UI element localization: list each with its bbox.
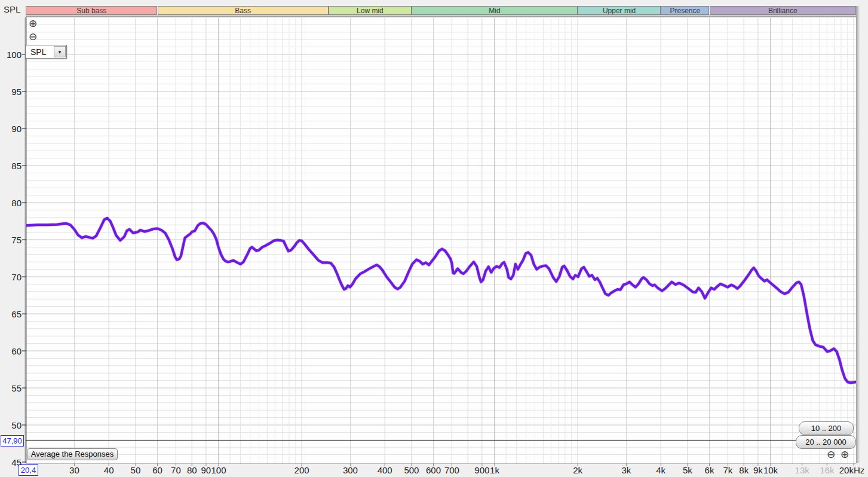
band-sub-bass[interactable]: Sub bass [26, 6, 157, 15]
spl-chart: 1009590858075706560555045304050607080901… [0, 0, 868, 477]
band-label: Brilliance [768, 7, 798, 15]
x-tick-label: 10k [763, 465, 778, 475]
zoom-out-x-icon[interactable]: ⊖ [826, 449, 836, 460]
x-tick-label: 2k [573, 465, 582, 475]
zoom-in-icon[interactable]: ⊕ [27, 18, 38, 29]
band-low-mid[interactable]: Low mid [329, 6, 412, 15]
band-label: Sub bass [76, 7, 106, 15]
y-tick-label: 60 [11, 346, 22, 356]
x-tick-label: 60 [152, 465, 162, 475]
spl-measurement-window: 1009590858075706560555045304050607080901… [0, 0, 868, 477]
x-tick-label: 400 [378, 465, 392, 475]
y-tick-label: 100 [7, 50, 22, 60]
band-label: Presence [670, 7, 700, 15]
y-tick-label: 85 [11, 161, 22, 171]
cursor-level-readout: 47,90 [1, 435, 24, 447]
x-tick-label: 900 [474, 465, 489, 475]
y-axis-title: SPL [4, 4, 20, 14]
x-tick-label: 16k [820, 465, 835, 475]
x-tick-label: 3k [622, 465, 631, 475]
y-tick-label: 50 [11, 420, 22, 430]
x-tick-label: 9k [753, 465, 763, 475]
range-10-200-button[interactable]: 10 .. 200 [799, 421, 854, 435]
x-tick-label: 70 [171, 465, 181, 475]
x-tick-label: 4k [656, 465, 665, 475]
x-tick-label: 1k [490, 465, 499, 475]
x-tick-label: 90 [201, 465, 211, 475]
x-tick-label: 80 [187, 465, 197, 475]
x-tick-label: 300 [343, 465, 358, 475]
x-tick-label: 5k [683, 465, 692, 475]
cursor-frequency-readout: 20,4 [19, 464, 38, 476]
band-bass[interactable]: Bass [158, 6, 329, 15]
y-tick-label: 95 [11, 87, 22, 97]
zoom-out-icon[interactable]: ⊖ [27, 31, 38, 42]
y-tick-label: 75 [11, 235, 22, 245]
x-tick-label: 40 [104, 465, 114, 475]
x-tick-label: 20kHz [839, 465, 865, 475]
x-tick-label: 200 [295, 465, 309, 475]
plot-area[interactable] [26, 18, 856, 463]
y-tick-label: 55 [11, 383, 22, 393]
graph-type-dropdown[interactable]: SPL ▼ [25, 45, 67, 59]
average-responses-button[interactable]: Average the Responses [27, 448, 118, 460]
band-label: Mid [489, 7, 500, 15]
x-tick-label: 50 [131, 465, 141, 475]
band-upper-mid[interactable]: Upper mid [578, 6, 661, 15]
bands-highlight-line [26, 17, 856, 17]
x-tick-label: 500 [404, 465, 419, 475]
band-label: Bass [235, 7, 251, 15]
x-tick-label: 700 [444, 465, 459, 475]
x-tick-label: 7k [723, 465, 733, 475]
x-tick-label: 30 [69, 465, 79, 475]
dropdown-arrow-icon[interactable]: ▼ [54, 46, 66, 57]
range-20-20000-button[interactable]: 20 .. 20 000 [796, 435, 856, 449]
zoom-in-x-icon[interactable]: ⊕ [839, 449, 850, 460]
plot-right-border [856, 6, 860, 463]
x-tick-label: 6k [705, 465, 714, 475]
y-tick-label: 70 [11, 272, 22, 282]
band-brilliance[interactable]: Brilliance [710, 6, 856, 15]
band-label: Upper mid [603, 7, 636, 15]
band-label: Low mid [357, 7, 384, 15]
band-mid[interactable]: Mid [412, 6, 578, 15]
x-tick-label: 100 [211, 465, 226, 475]
y-tick-label: 65 [11, 309, 22, 319]
x-tick-label: 8k [739, 465, 749, 475]
y-tick-label: 90 [11, 124, 22, 134]
y-tick-label: 80 [11, 198, 22, 208]
band-presence[interactable]: Presence [661, 6, 709, 15]
x-tick-label: 600 [426, 465, 441, 475]
x-tick-label: 13k [795, 465, 810, 475]
graph-type-value: SPL [30, 46, 46, 58]
